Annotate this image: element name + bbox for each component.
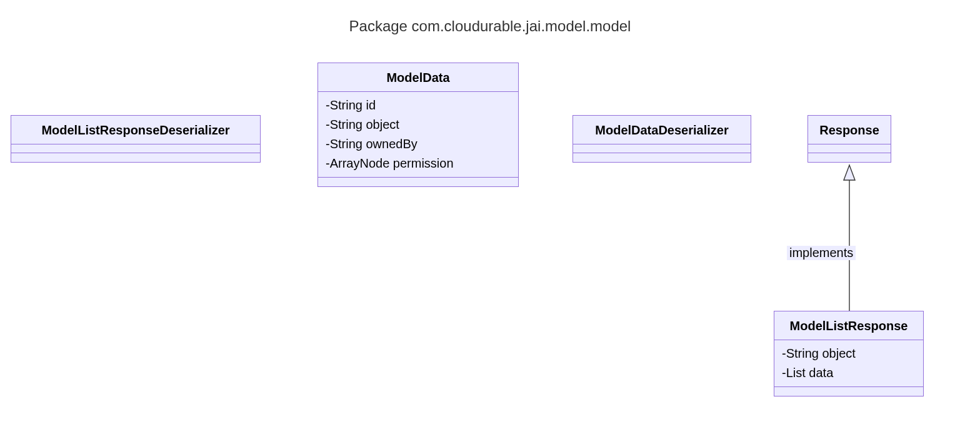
svg-marker-1 — [844, 165, 855, 180]
class-methods — [808, 153, 891, 162]
class-response: Response — [808, 115, 891, 163]
class-model-data-deserializer: ModelDataDeserializer — [572, 115, 751, 163]
class-name: ModelListResponseDeserializer — [11, 116, 260, 144]
relation-label-implements: implements — [787, 246, 856, 260]
class-attribute: -String object — [326, 115, 511, 134]
class-name: ModelListResponse — [774, 311, 923, 340]
class-name: ModelData — [318, 63, 518, 92]
class-attributes: -String id -String object -String ownedB… — [318, 92, 518, 178]
class-attribute: -ArrayNode permission — [326, 154, 511, 173]
class-attribute: -String object — [782, 344, 916, 363]
class-model-data: ModelData -String id -String object -Str… — [318, 63, 519, 187]
class-methods — [318, 178, 518, 186]
class-attributes — [573, 144, 751, 153]
class-methods — [11, 153, 260, 162]
class-methods — [774, 387, 923, 396]
class-model-list-response: ModelListResponse -String object -List d… — [774, 311, 924, 396]
implements-connector — [842, 165, 858, 311]
class-name: Response — [808, 116, 891, 144]
class-attributes: -String object -List data — [774, 340, 923, 387]
class-attributes — [808, 144, 891, 153]
class-attribute: -List data — [782, 363, 916, 383]
class-model-list-response-deserializer: ModelListResponseDeserializer — [11, 115, 261, 163]
class-attribute: -String id — [326, 96, 511, 115]
class-methods — [573, 153, 751, 162]
class-attribute: -String ownedBy — [326, 134, 511, 154]
diagram-title: Package com.cloudurable.jai.model.model — [0, 18, 980, 35]
class-name: ModelDataDeserializer — [573, 116, 751, 144]
class-attributes — [11, 144, 260, 153]
